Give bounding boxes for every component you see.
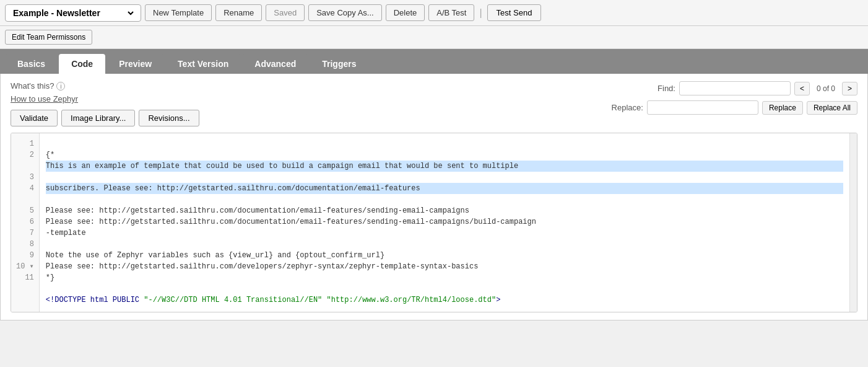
whats-this-row: What's this? i <box>11 81 199 91</box>
code-line-8: *} <box>46 273 54 282</box>
line-num-4: 4 <box>16 183 34 194</box>
how-to-use-link[interactable]: How to use Zephyr <box>11 94 199 104</box>
code-line-4: Please see: http://getstarted.sailthru.c… <box>46 218 536 226</box>
find-count: 0 of 0 <box>814 84 838 93</box>
tab-text-version[interactable]: Text Version <box>165 54 241 74</box>
replace-label: Replace: <box>606 103 643 112</box>
tab-triggers[interactable]: Triggers <box>310 54 368 74</box>
validate-button[interactable]: Validate <box>11 110 58 126</box>
save-copy-button[interactable]: Save Copy As... <box>308 4 382 21</box>
code-line-2: This is an example of template that coul… <box>46 161 843 172</box>
find-label: Find: <box>638 84 675 93</box>
template-select-dropdown[interactable]: Example - Newsletter <box>11 7 136 19</box>
replace-input[interactable] <box>647 100 758 115</box>
test-send-button[interactable]: Test Send <box>487 4 542 21</box>
line-num-6: 6 <box>16 216 34 228</box>
tab-basics[interactable]: Basics <box>5 54 58 74</box>
line-num-3: 3 <box>16 172 34 183</box>
tab-advanced[interactable]: Advanced <box>242 54 308 74</box>
tab-preview[interactable]: Preview <box>106 54 164 74</box>
line-num-2: 2 <box>16 149 34 161</box>
saved-button: Saved <box>266 4 305 21</box>
line-num-1: 1 <box>16 138 34 149</box>
line-num-7: 7 <box>16 228 34 239</box>
toolbar-row: What's this? i How to use Zephyr Validat… <box>11 81 857 126</box>
delete-button[interactable]: Delete <box>386 4 425 21</box>
toolbar-left: What's this? i How to use Zephyr Validat… <box>11 81 199 126</box>
code-line-9 <box>46 285 50 293</box>
line-num-11: 11 <box>16 272 34 283</box>
replace-row: Replace: Replace Replace All <box>606 100 857 115</box>
find-next-button[interactable]: > <box>842 82 857 95</box>
code-line-3: Please see: http://getstarted.sailthru.c… <box>46 206 469 215</box>
code-line-4b: -template <box>46 229 86 237</box>
code-editor[interactable]: 1 2 3 4 5 6 7 8 9 10 ▾ 11 {* This is an … <box>11 133 857 312</box>
tab-code[interactable]: Code <box>59 54 105 74</box>
top-bar: Example - Newsletter New Template Rename… <box>0 0 868 26</box>
edit-permissions-button[interactable]: Edit Team Permissons <box>5 30 92 45</box>
revisions-button[interactable]: Revisions... <box>139 110 199 126</box>
line-num-8: 8 <box>16 239 34 250</box>
scrollbar[interactable] <box>849 133 857 312</box>
rename-button[interactable]: Rename <box>215 4 262 21</box>
code-line-10: <!DOCTYPE html PUBLIC "-//W3C//DTD HTML … <box>46 296 501 304</box>
whats-this-label: What's this? <box>11 81 54 91</box>
action-buttons: Validate Image Library... Revisions... <box>11 110 199 126</box>
find-input[interactable] <box>679 81 791 95</box>
tabs-bar: Basics Code Preview Text Version Advance… <box>0 49 868 74</box>
code-content[interactable]: {* This is an example of template that c… <box>40 133 849 312</box>
code-line-1: {* <box>46 151 54 159</box>
line-num-5: 5 <box>16 205 34 216</box>
template-selector[interactable]: Example - Newsletter <box>5 4 141 22</box>
code-line-11 <box>46 307 50 312</box>
separator: | <box>478 7 483 19</box>
code-line-2b: subscribers. Please see: http://getstart… <box>46 183 843 194</box>
code-line-7: Please see: http://getstarted.sailthru.c… <box>46 262 479 271</box>
permissions-bar: Edit Team Permissons <box>0 26 868 49</box>
line-num-4b <box>16 194 34 205</box>
main-content: What's this? i How to use Zephyr Validat… <box>0 74 868 321</box>
image-library-button[interactable]: Image Library... <box>61 110 135 126</box>
code-line-6: Note the use of Zephyr variables such as… <box>46 251 384 260</box>
replace-all-button[interactable]: Replace All <box>807 101 857 115</box>
find-prev-button[interactable]: < <box>794 82 810 95</box>
new-template-button[interactable]: New Template <box>145 4 212 21</box>
line-num-9: 9 <box>16 250 34 261</box>
find-row: Find: < 0 of 0 > <box>638 81 857 95</box>
line-numbers: 1 2 3 4 5 6 7 8 9 10 ▾ 11 <box>11 133 40 312</box>
info-icon[interactable]: i <box>56 82 65 91</box>
ab-test-button[interactable]: A/B Test <box>428 4 474 21</box>
find-replace-panel: Find: < 0 of 0 > Replace: Replace Replac… <box>606 81 857 115</box>
replace-button[interactable]: Replace <box>762 101 803 115</box>
line-num-10: 10 ▾ <box>16 261 34 272</box>
code-line-5 <box>46 240 50 249</box>
line-num-2b <box>16 161 34 172</box>
